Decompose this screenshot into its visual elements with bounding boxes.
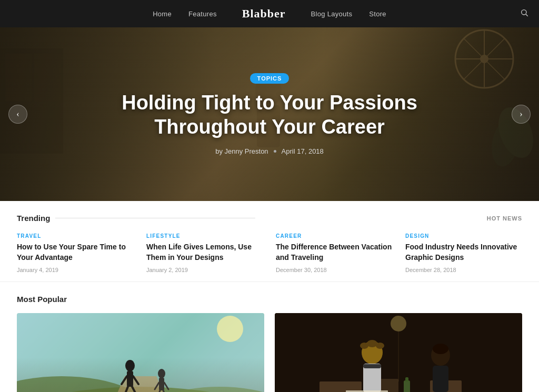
hot-news-label: HOT NEWS bbox=[487, 215, 522, 222]
svg-rect-46 bbox=[363, 364, 381, 368]
popular-section: Most Popular bbox=[0, 282, 539, 392]
site-logo[interactable]: Blabber bbox=[242, 7, 286, 21]
svg-line-28 bbox=[155, 383, 159, 389]
trending-card-date-1: January 2, 2019 bbox=[146, 267, 263, 273]
svg-line-23 bbox=[133, 376, 138, 384]
popular-card-0[interactable]: SPORT bbox=[17, 313, 264, 392]
svg-point-20 bbox=[125, 360, 135, 371]
svg-point-32 bbox=[217, 316, 243, 342]
hero-meta-separator bbox=[274, 150, 276, 153]
trending-card-title-3[interactable]: Food Industry Needs Innovative Graphic D… bbox=[405, 242, 522, 263]
popular-card-image-1: CRAFT bbox=[275, 313, 522, 392]
trending-card-1: LIFESTYLE When Life Gives Lemons, Use Th… bbox=[146, 233, 263, 273]
svg-rect-38 bbox=[320, 381, 362, 392]
popular-card-1[interactable]: CRAFT bbox=[275, 313, 522, 392]
svg-line-22 bbox=[122, 376, 127, 384]
svg-line-1 bbox=[526, 14, 528, 16]
hero-author: by Jenny Preston bbox=[215, 147, 268, 155]
svg-rect-21 bbox=[127, 371, 133, 387]
trending-grid: TRAVEL How to Use Your Spare Time to You… bbox=[17, 233, 522, 273]
popular-grid: SPORT bbox=[17, 313, 522, 392]
svg-point-50 bbox=[391, 316, 406, 331]
svg-point-0 bbox=[522, 10, 526, 15]
nav-blog-layouts[interactable]: Blog Layouts bbox=[311, 10, 353, 18]
trending-category-3[interactable]: DESIGN bbox=[405, 233, 522, 239]
svg-rect-27 bbox=[159, 378, 164, 390]
svg-line-25 bbox=[132, 387, 136, 392]
nav-home[interactable]: Home bbox=[153, 10, 172, 18]
popular-card-image-0: SPORT bbox=[17, 313, 264, 392]
trending-category-1[interactable]: LIFESTYLE bbox=[146, 233, 263, 239]
svg-line-24 bbox=[124, 387, 128, 392]
trending-card-3: DESIGN Food Industry Needs Innovative Gr… bbox=[405, 233, 522, 273]
nav-links: Home Features Blabber Blog Layouts Store bbox=[153, 7, 386, 21]
trending-card-date-3: December 28, 2018 bbox=[405, 267, 522, 273]
svg-point-26 bbox=[158, 369, 165, 378]
hero-prev-button[interactable]: ‹ bbox=[8, 105, 27, 124]
svg-point-48 bbox=[433, 344, 448, 354]
hero-topic-badge[interactable]: TOPICS bbox=[250, 73, 290, 84]
svg-point-16 bbox=[17, 387, 264, 392]
trending-card-date-0: January 4, 2019 bbox=[17, 267, 134, 273]
trending-card-title-2[interactable]: The Difference Between Vacation and Trav… bbox=[276, 242, 393, 263]
popular-title: Most Popular bbox=[17, 295, 522, 304]
hero-next-button[interactable]: › bbox=[512, 105, 531, 124]
nav-features[interactable]: Features bbox=[188, 10, 217, 18]
svg-rect-53 bbox=[405, 377, 408, 381]
svg-point-18 bbox=[135, 387, 264, 392]
trending-category-2[interactable]: CAREER bbox=[276, 233, 393, 239]
hero-date: April 17, 2018 bbox=[282, 147, 324, 155]
trending-card-2: CAREER The Difference Between Vacation a… bbox=[276, 233, 393, 273]
trending-card-date-2: December 30, 2018 bbox=[276, 267, 393, 273]
trending-section: Trending HOT NEWS TRAVEL How to Use Your… bbox=[0, 201, 539, 282]
svg-line-29 bbox=[164, 383, 168, 389]
svg-point-44 bbox=[367, 340, 377, 347]
svg-rect-52 bbox=[404, 380, 410, 392]
svg-point-17 bbox=[17, 376, 156, 392]
hero-section: ‹ TOPICS Holding Tight to Your Passions … bbox=[0, 27, 539, 201]
nav-store[interactable]: Store bbox=[369, 10, 386, 18]
hero-content: TOPICS Holding Tight to Your Passions Th… bbox=[0, 73, 539, 155]
search-icon[interactable] bbox=[520, 8, 528, 19]
trending-card-title-0[interactable]: How to Use Your Spare Time to Your Advan… bbox=[17, 242, 134, 263]
hero-title: Holding Tight to Your Passions Throughou… bbox=[63, 91, 476, 139]
svg-rect-49 bbox=[433, 366, 448, 392]
trending-card-0: TRAVEL How to Use Your Spare Time to You… bbox=[17, 233, 134, 273]
logo-accent: b bbox=[267, 7, 274, 20]
trending-card-title-1[interactable]: When Life Gives Lemons, Use Them in Your… bbox=[146, 242, 263, 263]
trending-header: Trending HOT NEWS bbox=[17, 214, 522, 223]
svg-marker-19 bbox=[104, 376, 177, 392]
navbar: Home Features Blabber Blog Layouts Store bbox=[0, 0, 539, 27]
hero-meta: by Jenny Preston April 17, 2018 bbox=[63, 147, 476, 155]
trending-title: Trending bbox=[17, 214, 255, 223]
trending-category-0[interactable]: TRAVEL bbox=[17, 233, 134, 239]
